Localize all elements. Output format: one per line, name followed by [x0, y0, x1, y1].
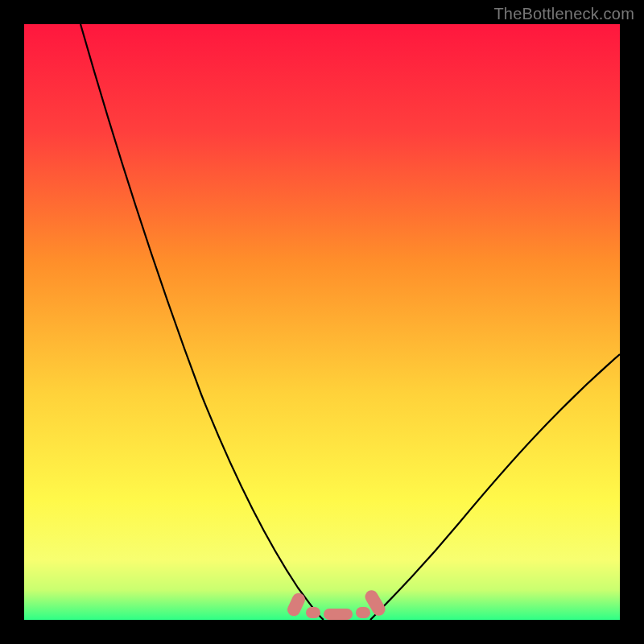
- plot-area: [24, 24, 620, 620]
- svg-rect-2: [306, 607, 320, 618]
- curve-left-branch: [80, 24, 324, 620]
- svg-rect-3: [324, 609, 353, 620]
- bottleneck-curve: [24, 24, 620, 620]
- svg-rect-4: [356, 607, 370, 618]
- curve-right-branch: [370, 354, 620, 620]
- watermark-text: TheBottleneck.com: [493, 5, 634, 23]
- chart-frame: TheBottleneck.com: [0, 0, 644, 644]
